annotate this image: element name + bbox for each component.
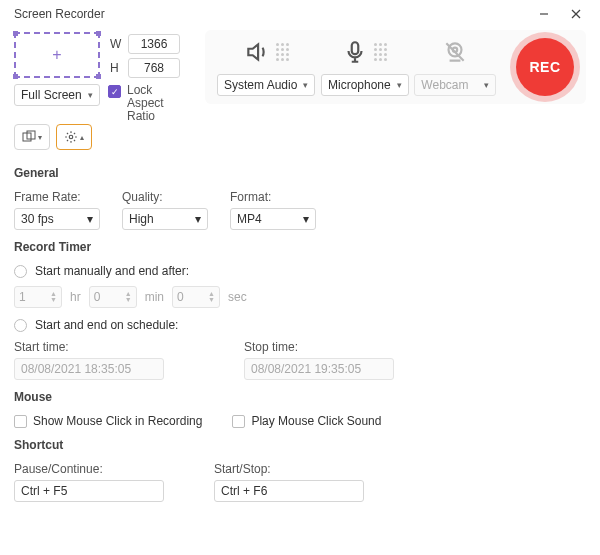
quality-label: Quality: bbox=[122, 190, 208, 204]
chevron-down-icon: ▾ bbox=[38, 133, 42, 142]
level-dots-icon bbox=[374, 43, 387, 61]
height-label: H bbox=[110, 61, 122, 75]
settings-tool-button[interactable]: ▴ bbox=[56, 124, 92, 150]
start-time-input[interactable]: 08/08/2021 18:35:05 bbox=[14, 358, 164, 380]
chevron-down-icon: ▾ bbox=[397, 80, 402, 90]
show-mouse-click-option[interactable]: Show Mouse Click in Recording bbox=[14, 414, 202, 428]
width-input[interactable]: 1366 bbox=[128, 34, 180, 54]
minutes-stepper[interactable]: 0▲▼ bbox=[89, 286, 137, 308]
svg-rect-3 bbox=[352, 42, 359, 54]
startstop-shortcut-input[interactable]: Ctrl + F6 bbox=[214, 480, 364, 502]
width-label: W bbox=[110, 37, 122, 51]
hours-unit: hr bbox=[70, 290, 81, 304]
microphone-select[interactable]: Microphone▾ bbox=[321, 74, 409, 96]
timer-schedule-label: Start and end on schedule: bbox=[35, 318, 178, 332]
chevron-down-icon: ▾ bbox=[195, 212, 201, 226]
system-audio-column: System Audio▾ bbox=[217, 38, 315, 96]
toolbar: ▾ ▴ bbox=[0, 118, 600, 154]
timer-schedule-option[interactable]: Start and end on schedule: bbox=[14, 318, 586, 332]
microphone-icon bbox=[342, 39, 368, 65]
seconds-unit: sec bbox=[228, 290, 247, 304]
section-shortcut: Shortcut bbox=[14, 438, 586, 452]
radio-unchecked-icon bbox=[14, 265, 27, 278]
chevron-down-icon: ▾ bbox=[484, 80, 489, 90]
play-click-sound-option[interactable]: Play Mouse Click Sound bbox=[232, 414, 381, 428]
webcam-column: Webcam▾ bbox=[414, 38, 496, 96]
app-title: Screen Recorder bbox=[14, 7, 105, 21]
gear-icon bbox=[64, 130, 78, 144]
overlap-squares-icon bbox=[22, 130, 36, 144]
capture-config-panel: + W 1366 H 768 Full Screen▾ ✓ Lock Aspec… bbox=[0, 28, 600, 118]
microphone-column: Microphone▾ bbox=[321, 38, 409, 96]
pause-shortcut-label: Pause/Continue: bbox=[14, 462, 164, 476]
chevron-down-icon: ▾ bbox=[303, 212, 309, 226]
screenshot-tool-button[interactable]: ▾ bbox=[14, 124, 50, 150]
section-record-timer: Record Timer bbox=[14, 240, 586, 254]
section-general: General bbox=[14, 166, 586, 180]
frame-rate-label: Frame Rate: bbox=[14, 190, 100, 204]
quality-select[interactable]: High▾ bbox=[122, 208, 208, 230]
svg-point-4 bbox=[449, 43, 462, 56]
radio-unchecked-icon bbox=[14, 319, 27, 332]
play-click-sound-label: Play Mouse Click Sound bbox=[251, 414, 381, 428]
startstop-shortcut-label: Start/Stop: bbox=[214, 462, 364, 476]
frame-rate-select[interactable]: 30 fps▾ bbox=[14, 208, 100, 230]
record-button[interactable]: REC bbox=[516, 38, 574, 96]
speaker-icon bbox=[244, 39, 270, 65]
stop-time-label: Stop time: bbox=[244, 340, 394, 354]
section-mouse: Mouse bbox=[14, 390, 586, 404]
webcam-disabled-icon bbox=[442, 39, 468, 65]
chevron-down-icon: ▾ bbox=[88, 90, 93, 100]
settings-panel[interactable]: General Frame Rate: 30 fps▾ Quality: Hig… bbox=[0, 154, 600, 555]
capture-mode-select[interactable]: Full Screen▾ bbox=[14, 84, 100, 106]
checkbox-unchecked-icon bbox=[14, 415, 27, 428]
webcam-select[interactable]: Webcam▾ bbox=[414, 74, 496, 96]
capture-area-column: + W 1366 H 768 Full Screen▾ ✓ Lock Aspec… bbox=[14, 30, 187, 123]
checkbox-unchecked-icon bbox=[232, 415, 245, 428]
timer-manual-label: Start manually and end after: bbox=[35, 264, 189, 278]
lock-aspect-row[interactable]: ✓ Lock Aspect Ratio bbox=[108, 84, 187, 123]
seconds-stepper[interactable]: 0▲▼ bbox=[172, 286, 220, 308]
close-button[interactable] bbox=[560, 0, 592, 28]
format-select[interactable]: MP4▾ bbox=[230, 208, 316, 230]
timer-manual-option[interactable]: Start manually and end after: bbox=[14, 264, 586, 278]
format-label: Format: bbox=[230, 190, 316, 204]
show-mouse-click-label: Show Mouse Click in Recording bbox=[33, 414, 202, 428]
level-dots-icon bbox=[276, 43, 289, 61]
chevron-down-icon: ▾ bbox=[87, 212, 93, 226]
system-audio-select[interactable]: System Audio▾ bbox=[217, 74, 315, 96]
height-input[interactable]: 768 bbox=[128, 58, 180, 78]
start-time-label: Start time: bbox=[14, 340, 164, 354]
hours-stepper[interactable]: 1▲▼ bbox=[14, 286, 62, 308]
chevron-down-icon: ▾ bbox=[303, 80, 308, 90]
chevron-up-icon: ▴ bbox=[80, 133, 84, 142]
svg-point-8 bbox=[69, 135, 73, 139]
plus-icon: + bbox=[52, 47, 61, 63]
minimize-button[interactable] bbox=[528, 0, 560, 28]
title-bar: Screen Recorder bbox=[0, 0, 600, 28]
lock-aspect-label: Lock Aspect Ratio bbox=[127, 84, 187, 123]
pause-shortcut-input[interactable]: Ctrl + F5 bbox=[14, 480, 164, 502]
capture-region-box[interactable]: + bbox=[14, 32, 100, 78]
checkbox-checked-icon: ✓ bbox=[108, 85, 121, 98]
stop-time-input[interactable]: 08/08/2021 19:35:05 bbox=[244, 358, 394, 380]
minutes-unit: min bbox=[145, 290, 164, 304]
device-panel: System Audio▾ Microphone▾ Webcam▾ REC bbox=[205, 30, 586, 104]
